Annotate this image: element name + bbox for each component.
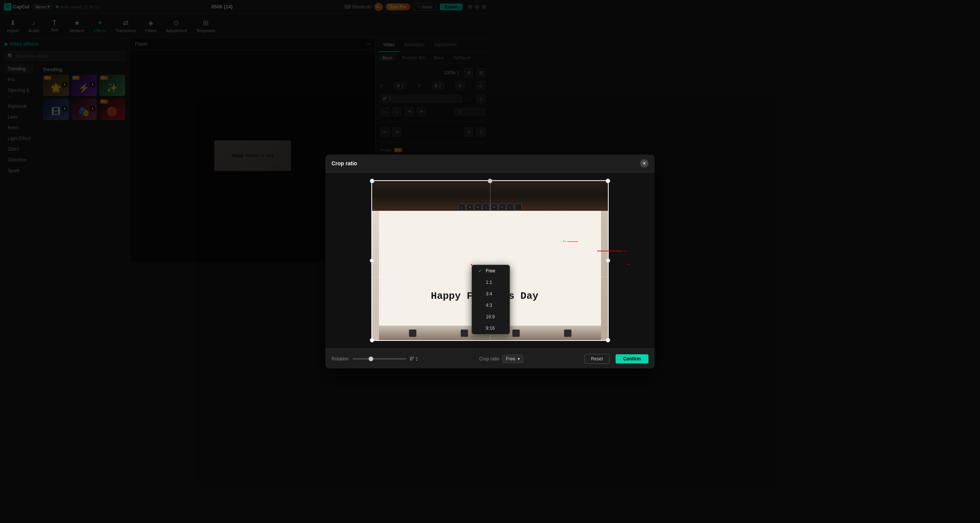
crop-dialog-header: Crop ratio ✕ (325, 155, 490, 173)
key-4: | (483, 204, 490, 210)
crop-dialog: Crop ratio ✕ | 4 0 | (325, 155, 490, 261)
crop-image-background: | 4 0 | 4 0 | (371, 180, 490, 261)
key-2: 4 (467, 204, 474, 210)
paper-area: Happy Father's Day (379, 211, 490, 261)
crop-image-area: | 4 0 | 4 0 | (325, 173, 490, 261)
key-1: | (459, 204, 466, 210)
key-3: 0 (475, 204, 482, 210)
modal-overlay: Crop ratio ✕ | 4 0 | (0, 0, 490, 261)
crop-dialog-title: Crop ratio (332, 160, 357, 166)
typewriter-top: | 4 0 | 4 0 | (371, 180, 490, 211)
crop-image-container[interactable]: | 4 0 | 4 0 | (371, 180, 490, 261)
crop-body: | 4 0 | 4 0 | (325, 173, 490, 261)
